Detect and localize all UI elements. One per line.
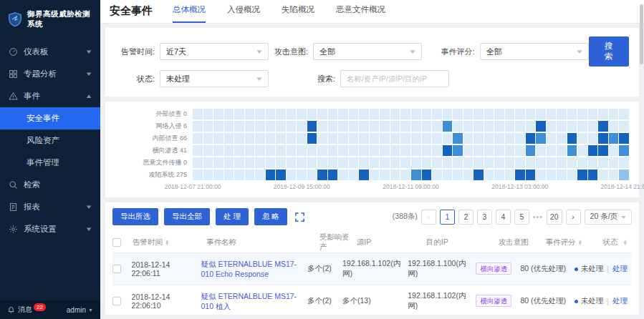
- heatmap-cell[interactable]: [588, 145, 598, 156]
- heatmap-cell[interactable]: [276, 170, 286, 180]
- sidebar-item-analysis[interactable]: 专题分析 ▼: [0, 63, 100, 85]
- heatmap-cell[interactable]: [411, 145, 421, 156]
- heatmap-cell[interactable]: [609, 121, 619, 132]
- heatmap-cell[interactable]: [557, 121, 567, 132]
- heatmap-cell[interactable]: [515, 133, 525, 144]
- heatmap-cell[interactable]: [307, 170, 317, 180]
- heatmap-cell[interactable]: [588, 157, 598, 168]
- heatmap-cell[interactable]: [193, 170, 203, 180]
- bell-icon[interactable]: [7, 306, 15, 314]
- heatmap-cell[interactable]: [380, 109, 390, 119]
- heatmap-cell[interactable]: [463, 170, 474, 180]
- heatmap-cell[interactable]: [577, 145, 587, 156]
- heatmap-cell[interactable]: [255, 170, 265, 180]
- heatmap-cell[interactable]: [328, 109, 338, 119]
- sidebar-item-reports[interactable]: 报表 ▼: [0, 196, 100, 218]
- heatmap-cell[interactable]: [515, 145, 525, 156]
- heatmap-cell[interactable]: [588, 121, 598, 132]
- heatmap-cell[interactable]: [557, 109, 567, 119]
- column-header-score[interactable]: 事件评分▲▼: [546, 237, 603, 247]
- page-button-3[interactable]: 3: [477, 210, 492, 225]
- heatmap-cell[interactable]: [390, 157, 400, 168]
- heatmap-cell[interactable]: [474, 170, 484, 180]
- heatmap-cell[interactable]: [474, 133, 484, 144]
- heatmap-cell[interactable]: [505, 145, 515, 156]
- heatmap-cell[interactable]: [245, 170, 255, 180]
- heatmap-cell[interactable]: [390, 133, 400, 144]
- heatmap-cell[interactable]: [338, 121, 348, 132]
- heatmap-cell[interactable]: [349, 170, 359, 180]
- heatmap-cell[interactable]: [474, 157, 484, 168]
- heatmap-cell[interactable]: [266, 121, 276, 132]
- heatmap-cell[interactable]: [505, 109, 515, 119]
- heatmap-cell[interactable]: [213, 145, 224, 156]
- heatmap-cell[interactable]: [463, 145, 474, 156]
- heatmap-cell[interactable]: [432, 170, 442, 180]
- heatmap-cell[interactable]: [515, 157, 525, 168]
- heatmap-cell[interactable]: [400, 133, 410, 144]
- sort-icon[interactable]: ▲▼: [578, 240, 582, 245]
- heatmap-cell[interactable]: [234, 157, 244, 168]
- heatmap-cell[interactable]: [557, 170, 567, 180]
- heatmap-cell[interactable]: [443, 157, 453, 168]
- heatmap-cell[interactable]: [432, 157, 442, 168]
- heatmap-cell[interactable]: [328, 157, 338, 168]
- heatmap-cell[interactable]: [203, 157, 213, 168]
- page-button-1[interactable]: 1: [440, 210, 455, 225]
- heatmap-cell[interactable]: [453, 109, 463, 119]
- ignore-button[interactable]: 忽 略: [254, 208, 287, 225]
- heatmap-cell[interactable]: [515, 170, 525, 180]
- heatmap-cell[interactable]: [567, 157, 577, 168]
- heatmap-cell[interactable]: [547, 109, 557, 119]
- heatmap-cell[interactable]: [390, 145, 400, 156]
- heatmap-cell[interactable]: [287, 145, 297, 156]
- heatmap-cell[interactable]: [338, 170, 348, 180]
- message-label[interactable]: 消息: [18, 305, 32, 315]
- heatmap-cell[interactable]: [619, 170, 629, 180]
- event-name-link[interactable]: 疑似 ETERNALBLUE MS17-010 Echo Response: [201, 260, 297, 278]
- heatmap-cell[interactable]: [193, 157, 203, 168]
- heatmap-cell[interactable]: [567, 121, 577, 132]
- intent-filter-select[interactable]: 全部▼: [313, 43, 422, 60]
- row-checkbox[interactable]: [112, 297, 121, 305]
- heatmap-cell[interactable]: [359, 145, 369, 156]
- sidebar-item-search[interactable]: 检索: [0, 174, 100, 196]
- heatmap-cell[interactable]: [422, 157, 432, 168]
- heatmap-cell[interactable]: [307, 133, 317, 144]
- heatmap-cell[interactable]: [463, 109, 474, 119]
- heatmap-cell[interactable]: [536, 109, 546, 119]
- heatmap-cell[interactable]: [390, 170, 400, 180]
- heatmap-cell[interactable]: [297, 133, 307, 144]
- heatmap-cell[interactable]: [203, 145, 213, 156]
- status-filter-select[interactable]: 未处理▼: [160, 70, 269, 87]
- heatmap-cell[interactable]: [422, 121, 432, 132]
- heatmap-cell[interactable]: [255, 157, 265, 168]
- heatmap-cell[interactable]: [307, 145, 317, 156]
- heatmap-cell[interactable]: [328, 133, 338, 144]
- heatmap-cell[interactable]: [609, 145, 619, 156]
- sidebar-item-events[interactable]: 事件 ▲: [0, 85, 100, 107]
- heatmap-cell[interactable]: [203, 109, 213, 119]
- heatmap-cell[interactable]: [287, 157, 297, 168]
- heatmap-cell[interactable]: [526, 121, 536, 132]
- heatmap-cell[interactable]: [443, 109, 453, 119]
- heatmap-cell[interactable]: [255, 133, 265, 144]
- heatmap-cell[interactable]: [213, 121, 224, 132]
- heatmap-cell[interactable]: [307, 121, 317, 132]
- heatmap-cell[interactable]: [287, 121, 297, 132]
- heatmap-cell[interactable]: [557, 133, 567, 144]
- heatmap-cell[interactable]: [526, 145, 536, 156]
- heatmap-cell[interactable]: [287, 109, 297, 119]
- heatmap-cell[interactable]: [484, 170, 494, 180]
- heatmap-cell[interactable]: [598, 121, 608, 132]
- row-checkbox[interactable]: [112, 265, 121, 273]
- heatmap-cell[interactable]: [411, 109, 421, 119]
- heatmap-cell[interactable]: [307, 109, 317, 119]
- heatmap-cell[interactable]: [317, 109, 327, 119]
- heatmap-cell[interactable]: [370, 157, 380, 168]
- heatmap-cell[interactable]: [598, 170, 608, 180]
- heatmap-cell[interactable]: [276, 109, 286, 119]
- fullscreen-icon[interactable]: [294, 212, 305, 222]
- heatmap-cell[interactable]: [224, 133, 234, 144]
- heatmap-cell[interactable]: [453, 133, 463, 144]
